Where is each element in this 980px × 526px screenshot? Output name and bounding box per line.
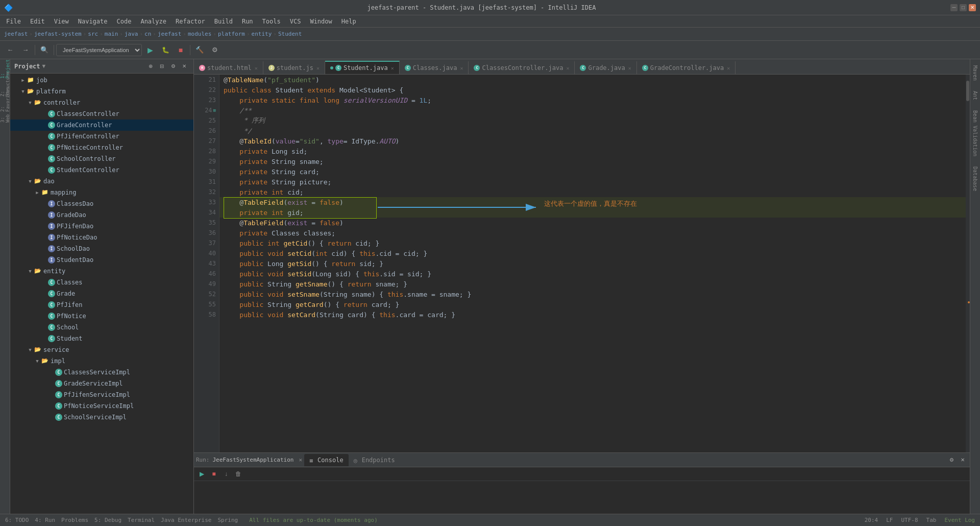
run-config-dropdown[interactable]: JeeFastSystemApplication [56, 44, 142, 56]
close-panel-button[interactable]: ✕ [179, 61, 189, 71]
stop-run-button[interactable]: ■ [208, 468, 219, 480]
database-tab[interactable]: Database [971, 162, 979, 195]
tree-item-dao[interactable]: ▼ 📂 dao [10, 176, 193, 187]
back-button[interactable]: ← [3, 43, 17, 57]
tree-item-SchoolController[interactable]: C SchoolController [10, 153, 193, 164]
terminal-tab[interactable]: Terminal [127, 517, 156, 523]
bottom-tab-console[interactable]: ≡ Console [304, 454, 349, 466]
build-button[interactable]: 🔨 [192, 43, 207, 57]
debug-button[interactable]: 🐛 [158, 43, 173, 57]
breadcrumb-part-jeefast[interactable]: jeefast [158, 31, 181, 37]
breadcrumb-part-modules[interactable]: modules [188, 31, 211, 37]
tree-item-ClassesServiceImpl[interactable]: C ClassesServiceImpl [10, 367, 193, 378]
project-header-dropdown[interactable]: ▼ [42, 63, 46, 69]
bottom-close-button[interactable]: ✕ [958, 455, 968, 465]
problems-tab[interactable]: Problems [60, 517, 89, 523]
settings-button[interactable]: ⚙ [208, 43, 222, 57]
tab-close-classes-controller[interactable]: ✕ [566, 65, 569, 71]
indent-style[interactable]: Tab [925, 517, 938, 523]
menu-item-file[interactable]: File [2, 17, 25, 26]
tree-item-SchoolServiceImpl[interactable]: C SchoolServiceImpl [10, 412, 193, 423]
fold-icon-24[interactable]: ⊞ [213, 108, 216, 113]
tab-classes-java[interactable]: C Classes.java ✕ [400, 61, 469, 74]
line-separator[interactable]: LF [885, 517, 894, 523]
menu-item-build[interactable]: Build [210, 17, 237, 26]
tree-item-job[interactable]: ▶ 📁 job [10, 75, 193, 86]
settings-project-button[interactable]: ⚙ [168, 61, 178, 71]
spring-tab[interactable]: Spring [216, 517, 239, 523]
run-search-button[interactable]: 🔍 [37, 43, 52, 57]
menu-item-navigate[interactable]: Navigate [74, 17, 112, 26]
breadcrumb-part-jeefast-system[interactable]: jeefast-system [34, 31, 82, 37]
locate-button[interactable]: ⊕ [145, 61, 156, 71]
forward-button[interactable]: → [18, 43, 33, 57]
tree-item-PFJifenDao[interactable]: I PFJifenDao [10, 221, 193, 232]
breadcrumb-part-src[interactable]: src [88, 31, 98, 37]
tab-close-classes-java[interactable]: ✕ [460, 65, 463, 71]
tree-item-SchoolDao[interactable]: I SchoolDao [10, 243, 193, 254]
tree-item-mapping[interactable]: ▶ 📁 mapping [10, 187, 193, 198]
bottom-tab-endpoints[interactable]: ◎ Endpoints [349, 454, 400, 466]
run-button[interactable]: ▶ [143, 43, 157, 57]
collapse-button[interactable]: ⊟ [157, 61, 167, 71]
tab-close-grade-java[interactable]: ✕ [628, 65, 631, 71]
menu-item-tools[interactable]: Tools [258, 17, 285, 26]
breadcrumb-part-java[interactable]: java [125, 31, 138, 37]
tree-item-PfJifenController[interactable]: C PfJifenController [10, 131, 193, 142]
favorites-sidebar-icon[interactable]: 2: Favorites [1, 92, 10, 107]
tree-item-ClassesController[interactable]: C ClassesController [10, 108, 193, 119]
maven-tab[interactable]: Maven [971, 61, 979, 85]
code-content[interactable]: @TableName("pf_student") public class St… [219, 75, 966, 452]
menu-item-vcs[interactable]: VCS [286, 17, 305, 26]
breadcrumb-part-main[interactable]: main [105, 31, 118, 37]
tree-item-GradeServiceImpl[interactable]: C GradeServiceImpl [10, 378, 193, 389]
encoding[interactable]: UTF-8 [900, 517, 919, 523]
tree-item-GradeController[interactable]: C GradeController [10, 119, 193, 131]
bean-validation-tab[interactable]: Bean Validation [971, 106, 979, 160]
tab-close-student-java[interactable]: ✕ [391, 65, 394, 71]
clear-button[interactable]: 🗑 [233, 468, 244, 480]
run-app-name[interactable]: JeeFastSystemApplication [213, 457, 294, 463]
tree-item-StudentController[interactable]: C StudentController [10, 164, 193, 176]
tree-item-Grade[interactable]: C Grade [10, 288, 193, 299]
tree-item-platform[interactable]: ▼ 📂 platform [10, 86, 193, 97]
tab-classes-controller-java[interactable]: C ClassesController.java ✕ [469, 61, 575, 74]
tree-item-entity[interactable]: ▼ 📂 entity [10, 266, 193, 277]
tree-item-Classes[interactable]: C Classes [10, 277, 193, 288]
tree-item-PfNotice[interactable]: C PfNotice [10, 310, 193, 322]
breadcrumb-part-jeefast[interactable]: jeefast [4, 31, 28, 37]
tab-grade-controller-java[interactable]: C GradeController.java ✕ [637, 61, 736, 74]
tree-item-ClassesDao[interactable]: I ClassesDao [10, 198, 193, 209]
breadcrumb-part-entity[interactable]: entity [252, 31, 272, 37]
todo-tab[interactable]: 6: TODO [4, 517, 30, 523]
close-button[interactable]: ✕ [969, 4, 976, 11]
cursor-position[interactable]: 20:4 [864, 517, 879, 523]
breadcrumb-part-cn[interactable]: cn [144, 31, 151, 37]
breadcrumb-part-platform[interactable]: platform [218, 31, 245, 37]
tab-student-js[interactable]: J student.js ✕ [263, 61, 325, 74]
ant-tab[interactable]: Ant [971, 87, 979, 104]
tree-item-impl[interactable]: ▼ 📂 impl [10, 355, 193, 367]
menu-item-analyze[interactable]: Analyze [136, 17, 170, 26]
stop-button[interactable]: ■ [174, 43, 188, 57]
breadcrumb-part-Student[interactable]: Student [278, 31, 302, 37]
maximize-button[interactable]: □ [960, 4, 967, 11]
menu-item-help[interactable]: Help [337, 17, 360, 26]
rerun-button[interactable]: ▶ [196, 468, 207, 480]
tree-item-PfJifen[interactable]: C PfJifen [10, 299, 193, 310]
tree-item-PfNoticeServiceImpl[interactable]: C PfNoticeServiceImpl [10, 400, 193, 412]
right-scrollbar[interactable] [966, 75, 970, 452]
run-close-icon[interactable]: ✕ [299, 457, 302, 463]
tab-close-student-js[interactable]: ✕ [316, 65, 320, 71]
tab-student-java[interactable]: C Student.java ✕ [325, 61, 400, 74]
tree-item-PfNoticeDao[interactable]: I PfNoticeDao [10, 232, 193, 243]
minimize-button[interactable]: ─ [950, 4, 958, 11]
tree-item-School[interactable]: C School [10, 322, 193, 333]
menu-item-edit[interactable]: Edit [26, 17, 49, 26]
run-tab-status[interactable]: 4: Run [34, 517, 56, 523]
scroll-end-button[interactable]: ↓ [220, 468, 232, 480]
tree-item-GradeDao[interactable]: I GradeDao [10, 209, 193, 221]
tree-item-controller[interactable]: ▼ 📂 controller [10, 97, 193, 108]
tree-item-Student[interactable]: C Student [10, 333, 193, 344]
menu-item-refactor[interactable]: Refactor [172, 17, 209, 26]
